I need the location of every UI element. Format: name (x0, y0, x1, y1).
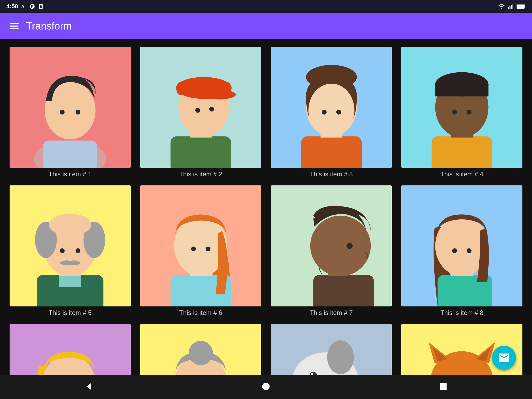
item-label-8: This is item # 8 (440, 309, 483, 317)
svg-point-39 (467, 110, 472, 114)
notification-p-icon: P (29, 3, 35, 9)
item-label-3: This is item # 3 (310, 171, 353, 178)
list-item[interactable]: This is item # 3 (271, 47, 392, 178)
list-item[interactable]: This is item # 5 (10, 185, 131, 317)
svg-rect-8 (512, 4, 513, 9)
status-time: 4:50 (6, 3, 18, 10)
svg-point-56 (310, 215, 370, 276)
svg-point-17 (76, 110, 80, 114)
item-card-5[interactable] (10, 185, 131, 306)
list-item[interactable]: This is item # 11 (271, 324, 392, 375)
svg-point-62 (467, 248, 472, 253)
app-bar: Transform (0, 13, 532, 39)
back-icon (83, 381, 94, 392)
svg-point-23 (202, 90, 236, 99)
svg-rect-13 (43, 140, 97, 168)
list-item[interactable]: This is item # 2 (140, 47, 261, 178)
list-item[interactable]: This is item # 10 (140, 324, 261, 375)
svg-point-24 (195, 108, 200, 113)
list-item[interactable]: This is item # 6 (140, 185, 261, 317)
svg-point-25 (209, 107, 214, 111)
item-card-10[interactable] (140, 324, 261, 375)
svg-rect-37 (435, 84, 489, 96)
back-button[interactable] (83, 381, 94, 393)
svg-point-48 (76, 248, 80, 253)
bottom-nav (0, 375, 532, 399)
battery-icon (517, 3, 526, 9)
sim-icon (38, 3, 44, 9)
home-icon (261, 381, 271, 392)
recent-button[interactable] (438, 381, 449, 393)
svg-rect-5 (508, 7, 509, 9)
hamburger-menu[interactable] (10, 23, 19, 29)
list-item[interactable]: This is item # 9 (10, 324, 131, 375)
main-content: This is item # 1 (0, 39, 532, 375)
recent-icon (438, 381, 449, 392)
item-label-6: This is item # 6 (179, 309, 222, 317)
item-card-7[interactable] (271, 185, 392, 306)
app-title: Transform (26, 20, 72, 32)
svg-rect-54 (313, 275, 374, 306)
list-item[interactable]: This is item # 1 (10, 47, 131, 178)
item-card-11[interactable] (271, 324, 392, 375)
svg-rect-33 (432, 136, 492, 168)
svg-point-53 (205, 246, 210, 251)
svg-point-32 (336, 110, 341, 114)
wifi-icon (498, 3, 505, 9)
item-card-3[interactable] (271, 47, 392, 168)
svg-text:A: A (21, 4, 24, 9)
svg-rect-4 (40, 5, 42, 8)
svg-point-47 (60, 248, 65, 253)
list-item[interactable]: This is item # 7 (271, 185, 392, 317)
item-label-7: This is item # 7 (310, 309, 353, 317)
home-button[interactable] (261, 381, 271, 393)
list-item[interactable]: This is item # 8 (401, 185, 522, 317)
svg-rect-11 (517, 5, 524, 8)
svg-rect-7 (511, 5, 512, 9)
svg-point-52 (191, 246, 196, 251)
svg-rect-41 (59, 275, 81, 287)
item-card-8[interactable] (401, 185, 522, 306)
item-card-1[interactable] (10, 47, 131, 168)
notification-a-icon: A (21, 3, 27, 9)
item-card-6[interactable] (140, 185, 261, 306)
svg-point-46 (49, 214, 91, 236)
status-right (498, 3, 526, 9)
email-icon (498, 351, 510, 364)
svg-point-38 (452, 110, 457, 114)
svg-point-57 (347, 243, 353, 249)
svg-point-31 (321, 110, 326, 114)
item-card-4[interactable] (401, 47, 522, 168)
svg-point-77 (327, 340, 354, 374)
svg-text:P: P (31, 5, 33, 9)
svg-rect-6 (510, 6, 511, 9)
status-bar: 4:50 A P (0, 0, 532, 13)
item-label-1: This is item # 1 (49, 171, 92, 178)
signal-icon (508, 3, 514, 9)
svg-point-98 (262, 383, 270, 390)
svg-rect-10 (524, 6, 525, 7)
item-label-4: This is item # 4 (440, 171, 483, 178)
fab-email-button[interactable] (492, 346, 516, 370)
item-card-2[interactable] (140, 47, 261, 168)
item-card-9[interactable] (10, 324, 131, 375)
svg-rect-99 (440, 383, 447, 390)
list-item[interactable]: This is item # 4 (401, 47, 522, 178)
svg-point-30 (308, 84, 354, 137)
svg-marker-97 (86, 383, 91, 390)
item-label-5: This is item # 5 (49, 309, 92, 317)
svg-point-61 (452, 248, 457, 253)
svg-rect-18 (170, 136, 231, 168)
item-label-2: This is item # 2 (179, 171, 222, 178)
svg-point-71 (189, 341, 213, 365)
status-left: 4:50 A P (6, 3, 44, 10)
svg-point-16 (60, 110, 65, 114)
items-grid: This is item # 1 (10, 47, 522, 375)
svg-rect-26 (301, 136, 361, 168)
